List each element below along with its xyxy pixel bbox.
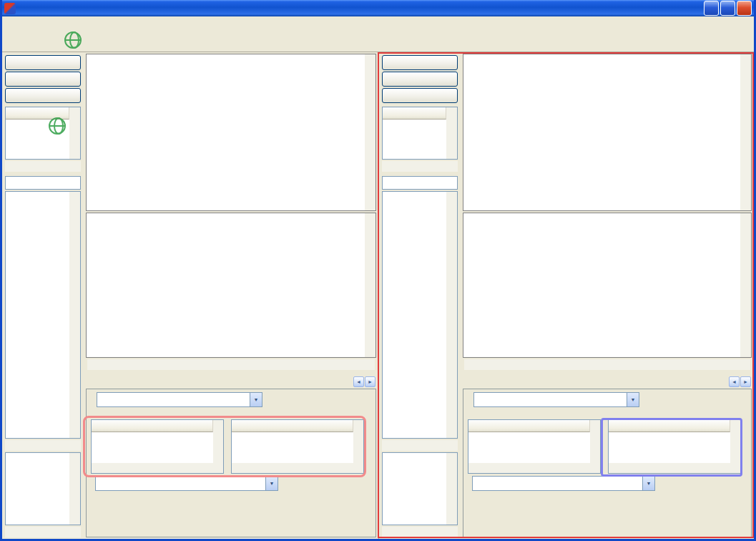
close-button[interactable] xyxy=(737,1,752,16)
left-panel: ◄ ► ▼ xyxy=(2,52,378,539)
chevron-down-icon[interactable]: ▼ xyxy=(642,477,654,490)
lemma-list-scrollbar xyxy=(69,192,80,438)
reverse-button[interactable] xyxy=(5,88,81,103)
tool-tabs: ◄ ► xyxy=(86,371,376,389)
format-tab-pane: ▼ xyxy=(86,389,376,538)
label-lists-box xyxy=(91,419,224,474)
lemma-list-hscrollbar xyxy=(5,440,81,451)
app-icon xyxy=(4,3,16,14)
new-button[interactable] xyxy=(5,55,81,70)
lemma-filter-input[interactable] xyxy=(382,176,458,190)
alt-labels-title xyxy=(89,409,373,419)
related-lemma-list xyxy=(382,452,458,525)
tree-scrollbar xyxy=(740,213,751,357)
sort-by-dropdown[interactable]: ▼ xyxy=(473,392,639,407)
tab-scroll-right-icon[interactable]: ► xyxy=(365,376,375,387)
tab-scroll-left-icon[interactable]: ◄ xyxy=(353,376,364,387)
crossref-scrollbar xyxy=(69,107,80,159)
right-panel: ◄ ► ▼ xyxy=(378,52,754,539)
related-list-hscrollbar xyxy=(382,527,458,537)
restore-button[interactable] xyxy=(720,1,735,16)
left-sidebar xyxy=(2,52,84,539)
lemma-list xyxy=(5,191,81,439)
lists-header[interactable] xyxy=(92,420,213,432)
crossref-list-header[interactable] xyxy=(6,107,69,120)
lemma-list-hscrollbar xyxy=(382,440,458,451)
chevron-down-icon[interactable]: ▼ xyxy=(250,393,262,406)
entry-preview-pane xyxy=(86,54,376,211)
crossref-list-header[interactable] xyxy=(383,107,446,120)
crossref-label-set-dropdown[interactable]: ▼ xyxy=(95,476,278,491)
sets-header[interactable] xyxy=(609,420,730,432)
left-panel-main: ◄ ► ▼ xyxy=(84,52,378,539)
main-area: ◄ ► ▼ xyxy=(2,52,754,539)
tab-scroll-left-icon[interactable]: ◄ xyxy=(729,376,740,387)
tab-scroll-right-icon[interactable]: ► xyxy=(740,376,751,387)
right-sidebar xyxy=(379,52,461,539)
lists-scrollbar xyxy=(213,420,223,473)
toolbar xyxy=(2,31,754,52)
lists-hscrollbar xyxy=(92,463,213,473)
related-list-hscrollbar xyxy=(5,527,81,537)
entry-tree xyxy=(87,213,365,357)
sets-scrollbar xyxy=(730,420,740,473)
lemma-list xyxy=(382,191,458,439)
entry-tree-pane xyxy=(86,213,376,358)
tree-hscrollbar xyxy=(464,359,750,370)
new-button[interactable] xyxy=(382,55,458,70)
chevron-down-icon[interactable]: ▼ xyxy=(265,477,278,490)
tree-hscrollbar xyxy=(87,359,375,370)
entry-preview xyxy=(463,54,740,210)
related-list-scrollbar xyxy=(69,453,80,525)
label-lists-box xyxy=(468,419,601,474)
title-bar xyxy=(2,0,754,16)
preview-scrollbar xyxy=(740,54,751,210)
delete-button[interactable] xyxy=(5,72,81,87)
lists-header[interactable] xyxy=(468,420,590,432)
application-window: ◄ ► ▼ xyxy=(0,0,756,541)
reverse-button[interactable] xyxy=(382,88,458,103)
crossref-list xyxy=(382,107,458,160)
lemma-filter-input[interactable] xyxy=(5,176,81,190)
related-lemma-list xyxy=(5,452,81,525)
lists-scrollbar xyxy=(590,420,600,473)
preview-scrollbar xyxy=(365,54,375,210)
lists-hscrollbar xyxy=(468,463,590,473)
right-panel-main: ◄ ► ▼ xyxy=(461,52,754,539)
label-sets-box xyxy=(231,419,364,474)
sets-hscrollbar xyxy=(609,463,730,473)
crossref-list xyxy=(5,107,81,160)
entry-preview xyxy=(87,54,365,210)
crossref-hscrollbar xyxy=(5,161,81,172)
chevron-down-icon[interactable]: ▼ xyxy=(627,393,639,406)
delete-button[interactable] xyxy=(382,72,458,87)
sort-by-dropdown[interactable]: ▼ xyxy=(97,392,262,407)
format-tab-pane: ▼ xyxy=(463,389,752,538)
entry-tree xyxy=(463,213,740,357)
crossref-scrollbar xyxy=(446,107,457,159)
sets-scrollbar xyxy=(353,420,363,473)
crossref-label-set-dropdown[interactable]: ▼ xyxy=(472,476,655,491)
label-sets-box xyxy=(608,419,741,474)
related-list-scrollbar xyxy=(446,453,457,525)
alt-labels-title xyxy=(466,409,748,419)
tree-scrollbar xyxy=(365,213,375,357)
tool-tabs: ◄ ► xyxy=(463,371,752,389)
entry-tree-pane xyxy=(463,213,752,358)
menu-bar xyxy=(2,16,754,31)
entry-preview-pane xyxy=(463,54,752,211)
sets-hscrollbar xyxy=(232,463,353,473)
sets-header[interactable] xyxy=(232,420,353,432)
lemma-list-scrollbar xyxy=(446,192,457,438)
minimize-button[interactable] xyxy=(704,1,719,16)
crossref-hscrollbar xyxy=(382,161,458,172)
